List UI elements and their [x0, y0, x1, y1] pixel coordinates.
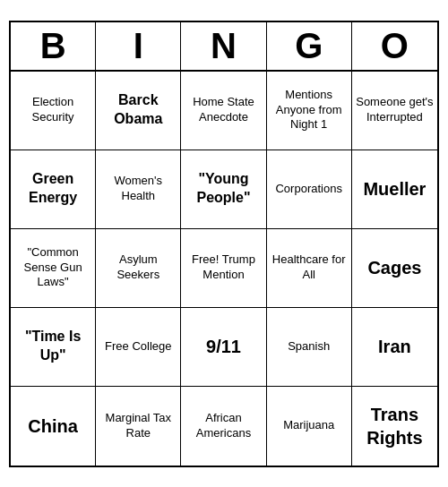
bingo-cell[interactable]: Women's Health: [96, 150, 181, 229]
bingo-grid: Election SecurityBarck ObamaHome State A…: [11, 72, 437, 466]
bingo-cell[interactable]: African Americans: [181, 387, 266, 466]
bingo-cell[interactable]: "Time Is Up": [11, 308, 96, 387]
bingo-cell[interactable]: Cages: [352, 229, 437, 308]
bingo-cell[interactable]: Election Security: [11, 72, 96, 150]
header-letter: I: [96, 22, 181, 70]
bingo-header: BINGO: [11, 22, 437, 72]
bingo-cell[interactable]: Spanish: [267, 308, 352, 387]
bingo-cell[interactable]: 9/11: [181, 308, 266, 387]
bingo-cell[interactable]: China: [11, 387, 96, 466]
bingo-cell[interactable]: Corporations: [267, 150, 352, 229]
bingo-cell[interactable]: Green Energy: [11, 150, 96, 229]
bingo-cell[interactable]: "Common Sense Gun Laws": [11, 229, 96, 308]
bingo-cell[interactable]: Marginal Tax Rate: [96, 387, 181, 466]
bingo-cell[interactable]: Mueller: [352, 150, 437, 229]
bingo-cell[interactable]: Home State Anecdote: [181, 72, 266, 150]
bingo-cell[interactable]: Healthcare for All: [267, 229, 352, 308]
bingo-cell[interactable]: Iran: [352, 308, 437, 387]
bingo-cell[interactable]: Marijuana: [267, 387, 352, 466]
header-letter: G: [267, 22, 352, 70]
bingo-cell[interactable]: Trans Rights: [352, 387, 437, 466]
bingo-cell[interactable]: Asylum Seekers: [96, 229, 181, 308]
header-letter: N: [181, 22, 266, 70]
bingo-cell[interactable]: "Young People": [181, 150, 266, 229]
bingo-cell[interactable]: Free College: [96, 308, 181, 387]
bingo-cell[interactable]: Free! Trump Mention: [181, 229, 266, 308]
bingo-cell[interactable]: Mentions Anyone from Night 1: [267, 72, 352, 150]
bingo-cell[interactable]: Barck Obama: [96, 72, 181, 150]
header-letter: O: [352, 22, 437, 70]
bingo-cell[interactable]: Someone get's Interrupted: [352, 72, 437, 150]
header-letter: B: [11, 22, 96, 70]
bingo-card: BINGO Election SecurityBarck ObamaHome S…: [9, 21, 439, 467]
